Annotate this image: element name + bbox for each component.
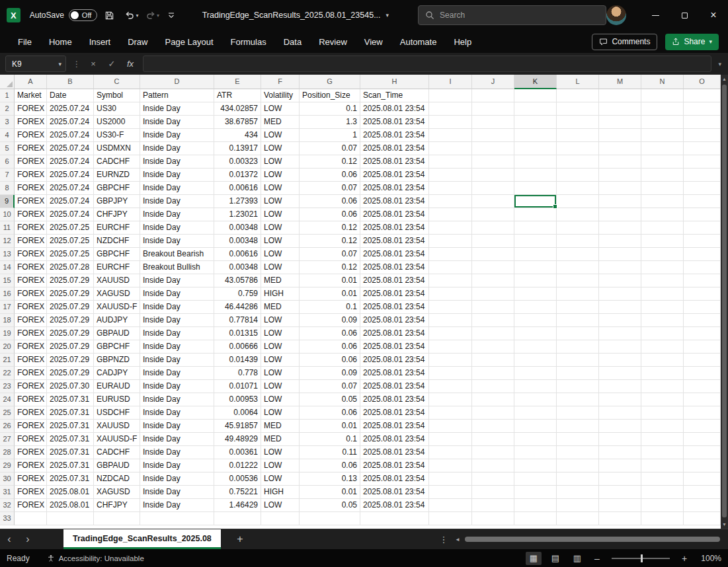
tab-view[interactable]: View [356,30,391,53]
save-button[interactable] [101,7,118,24]
sheet-tab-active[interactable]: TradingEdge_ScanResults_2025.08 [63,529,221,549]
cell-E10[interactable]: 1.23021 [214,208,261,221]
cell-M14[interactable] [599,261,641,274]
cell-J24[interactable] [472,393,514,406]
cell-I10[interactable] [429,208,472,221]
cell-B20[interactable]: 2025.07.29 [47,340,94,354]
cell-I30[interactable] [429,472,472,486]
cell-B15[interactable]: 2025.07.29 [47,274,94,287]
row-header-4[interactable]: 4 [0,129,15,142]
cell-I27[interactable] [429,433,472,446]
cell-F14[interactable]: LOW [261,261,300,274]
cell-J29[interactable] [472,459,514,472]
close-button[interactable]: × [699,0,728,30]
column-header-O[interactable]: O [684,75,721,89]
cell-N28[interactable] [641,446,684,459]
cell-E32[interactable]: 1.46429 [214,499,261,512]
cell-G7[interactable]: 0.06 [300,169,360,182]
row-header-22[interactable]: 22 [0,367,15,380]
horizontal-scrollbar[interactable]: ◄ [452,529,724,549]
cell-G1[interactable]: Position_Size [300,89,360,102]
cell-I23[interactable] [429,380,472,393]
cell-N33[interactable] [641,512,684,525]
cell-K21[interactable] [514,354,557,367]
cell-I26[interactable] [429,420,472,433]
cell-H20[interactable]: 2025.08.01 23:54 [360,340,429,354]
cell-N31[interactable] [641,486,684,499]
cell-B27[interactable]: 2025.07.31 [47,433,94,446]
insert-function-button[interactable]: fx [124,59,136,69]
row-header-10[interactable]: 10 [0,208,15,221]
cell-M21[interactable] [599,354,641,367]
cell-E1[interactable]: ATR [214,89,261,102]
cell-G23[interactable]: 0.07 [300,380,360,393]
cell-E31[interactable]: 0.75221 [214,486,261,499]
cell-A12[interactable]: FOREX [15,235,47,248]
row-header-26[interactable]: 26 [0,420,15,433]
cell-J26[interactable] [472,420,514,433]
formula-input[interactable] [143,56,711,72]
cell-E22[interactable]: 0.778 [214,367,261,380]
cell-G22[interactable]: 0.09 [300,367,360,380]
cell-J9[interactable] [472,195,514,208]
cell-M13[interactable] [599,248,641,261]
cell-G15[interactable]: 0.01 [300,274,360,287]
cell-K4[interactable] [514,129,557,142]
cell-E15[interactable]: 43.05786 [214,274,261,287]
cell-B7[interactable]: 2025.07.24 [47,169,94,182]
cell-G4[interactable]: 1 [300,129,360,142]
cell-D17[interactable]: Inside Day [140,301,214,314]
row-header-1[interactable]: 1 [0,89,15,102]
cell-M7[interactable] [599,169,641,182]
redo-dropdown-chevron-icon[interactable]: ▾ [157,13,159,19]
cell-A10[interactable]: FOREX [15,208,47,221]
quick-access-toolbar-button[interactable] [163,7,180,24]
cell-L9[interactable] [557,195,599,208]
cell-H9[interactable]: 2025.08.01 23:54 [360,195,429,208]
cell-C19[interactable]: GBPAUD [94,327,140,340]
cell-I14[interactable] [429,261,472,274]
cell-A22[interactable]: FOREX [15,367,47,380]
sheet-nav-right-icon[interactable]: › [19,529,37,549]
cell-D9[interactable]: Inside Day [140,195,214,208]
cell-K8[interactable] [514,182,557,195]
cell-H2[interactable]: 2025.08.01 23:54 [360,102,429,116]
cell-E8[interactable]: 0.00616 [214,182,261,195]
cell-M23[interactable] [599,380,641,393]
cell-D11[interactable]: Inside Day [140,221,214,235]
cell-N16[interactable] [641,287,684,301]
cell-H5[interactable]: 2025.08.01 23:54 [360,142,429,155]
cell-B33[interactable] [47,512,94,525]
cell-O6[interactable] [684,155,721,169]
cell-B3[interactable]: 2025.07.24 [47,116,94,129]
cell-C17[interactable]: XAUUSD-F [94,301,140,314]
cell-J31[interactable] [472,486,514,499]
cell-N5[interactable] [641,142,684,155]
row-header-28[interactable]: 28 [0,446,15,459]
cell-H24[interactable]: 2025.08.01 23:54 [360,393,429,406]
cell-O2[interactable] [684,102,721,116]
cell-E24[interactable]: 0.00953 [214,393,261,406]
cell-M30[interactable] [599,472,641,486]
row-header-30[interactable]: 30 [0,472,15,486]
cell-H23[interactable]: 2025.08.01 23:54 [360,380,429,393]
column-header-F[interactable]: F [261,75,300,89]
cell-D6[interactable]: Inside Day [140,155,214,169]
cell-J28[interactable] [472,446,514,459]
cell-B23[interactable]: 2025.07.30 [47,380,94,393]
cell-M3[interactable] [599,116,641,129]
cell-G29[interactable]: 0.06 [300,459,360,472]
cell-C27[interactable]: XAUUSD-F [94,433,140,446]
cell-I5[interactable] [429,142,472,155]
cell-K25[interactable] [514,406,557,420]
cell-G9[interactable]: 0.06 [300,195,360,208]
cell-L6[interactable] [557,155,599,169]
cell-F15[interactable]: MED [261,274,300,287]
cell-L16[interactable] [557,287,599,301]
cell-E20[interactable]: 0.00666 [214,340,261,354]
cell-O28[interactable] [684,446,721,459]
cell-G31[interactable]: 0.01 [300,486,360,499]
cell-L3[interactable] [557,116,599,129]
cell-E33[interactable] [214,512,261,525]
cell-N29[interactable] [641,459,684,472]
